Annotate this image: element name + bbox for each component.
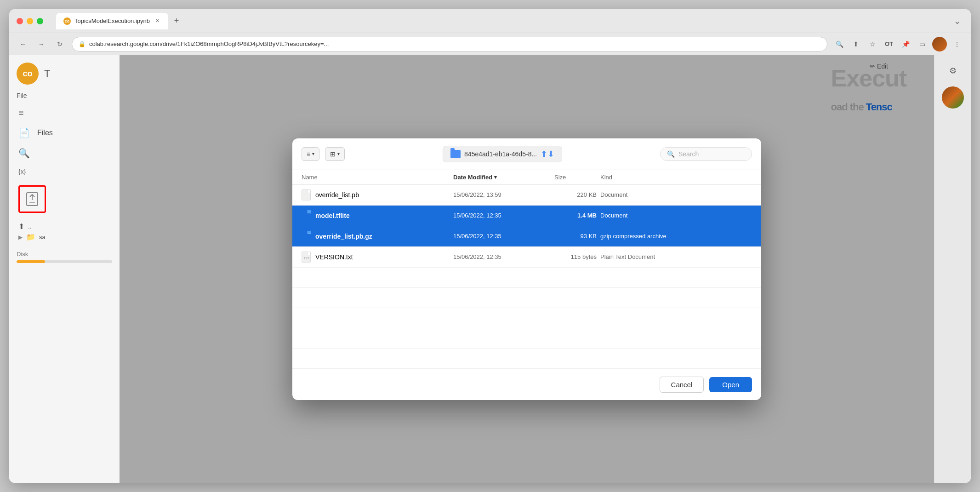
sidebar-item-variables[interactable]: {x} [9, 163, 120, 180]
sort-arrow-icon: ▾ [494, 174, 497, 180]
file-name-cell: override_list.pb [302, 189, 453, 200]
tab-title: TopicsModelExecution.ipynb [74, 17, 150, 24]
back-button[interactable]: ← [17, 38, 29, 51]
url-text: colab.research.google.com/drive/1Fk1iZO6… [89, 40, 329, 47]
tab-close-button[interactable]: ✕ [154, 17, 161, 25]
forward-button[interactable]: → [35, 38, 48, 51]
search-input[interactable]: Search [678, 150, 699, 158]
sidebar-nav: ≡ 📄 Files 🔍 {x} [9, 103, 120, 180]
dialog-content: override_list.pb 15/06/2022, 13:59 220 K… [292, 185, 761, 369]
file-size: 115 bytes [554, 253, 600, 260]
sidebar-item-menu[interactable]: ≡ [9, 103, 120, 123]
url-bar[interactable]: 🔒 colab.research.google.com/drive/1Fk1iZ… [72, 37, 827, 51]
file-kind: Plain Text Document [600, 253, 752, 260]
folder-nav-arrow[interactable]: ⬆⬇ [541, 149, 554, 159]
dialog-footer: Cancel Open [292, 369, 761, 400]
file-name: override_list.pb.gz [315, 233, 372, 240]
table-row[interactable]: override_list.pb.gz 15/06/2022, 12:35 93… [292, 226, 761, 247]
list-view-icon: ≡ [307, 150, 310, 158]
parent-folder-label: .. [28, 223, 31, 230]
grid-view-icon: ⊞ [330, 150, 336, 158]
lock-icon: 🔒 [79, 41, 85, 47]
search-magnifier-icon: 🔍 [667, 150, 675, 158]
maximize-button[interactable] [37, 18, 43, 24]
file-date: 15/06/2022, 13:59 [453, 191, 554, 198]
share-icon[interactable]: ⬆ [849, 38, 862, 51]
pin-icon[interactable]: 📌 [899, 38, 912, 51]
close-button[interactable] [17, 18, 23, 24]
window-expand-icon[interactable]: ⌄ [951, 15, 963, 28]
sidebar-item-files[interactable]: 📄 Files [9, 123, 120, 143]
empty-row [292, 328, 761, 349]
page-content: co T File ≡ 📄 Files 🔍 {x} [9, 55, 971, 483]
gear-icon[interactable]: ⚙ [945, 63, 961, 79]
user-avatar[interactable] [942, 86, 964, 109]
search-icon: 🔍 [18, 148, 30, 159]
variables-icon: {x} [18, 168, 26, 175]
header-size: Size [554, 174, 600, 181]
file-size: 220 KB [554, 191, 600, 198]
file-date: 15/06/2022, 12:35 [453, 212, 554, 219]
extension-ot-icon[interactable]: OT [883, 38, 895, 51]
table-row[interactable]: TXT VERSION.txt 15/06/2022, 12:35 115 by… [292, 247, 761, 268]
profile-avatar[interactable] [932, 37, 947, 51]
tab-bar: co TopicsModelExecution.ipynb ✕ + [56, 13, 183, 29]
disk-label: Disk [17, 251, 112, 257]
empty-row [292, 349, 761, 369]
sidebar-folder-sa[interactable]: ▶ 📁 sa [18, 233, 110, 241]
file-name: override_list.pb [315, 191, 359, 199]
current-folder-icon [450, 150, 461, 158]
open-button[interactable]: Open [709, 377, 752, 392]
traffic-lights [17, 18, 43, 24]
more-options-icon[interactable]: ⋮ [951, 38, 963, 51]
table-row[interactable]: override_list.pb 15/06/2022, 13:59 220 K… [292, 185, 761, 206]
modal-overlay: ≡ ▾ ⊞ ▾ 845e4ad1-eb1a-46d5-8... ⬆⬇ [120, 55, 934, 483]
list-view-button[interactable]: ≡ ▾ [302, 147, 319, 161]
file-name-cell: override_list.pb.gz [302, 231, 453, 242]
active-tab[interactable]: co TopicsModelExecution.ipynb ✕ [56, 13, 168, 29]
sidebar-title: T [44, 68, 50, 80]
upload-file-button[interactable] [18, 185, 46, 213]
disk-bar-fill [17, 260, 45, 263]
nav-bar: ← → ↻ 🔒 colab.research.google.com/drive/… [9, 33, 971, 55]
file-date: 15/06/2022, 12:35 [453, 253, 554, 260]
file-size: 93 KB [554, 233, 600, 240]
file-size: 1.4 MB [554, 212, 600, 219]
files-icon: 📄 [18, 127, 30, 138]
file-name: model.tflite [315, 212, 350, 219]
grid-view-button[interactable]: ⊞ ▾ [325, 147, 345, 161]
up-arrow-icon: ⬆ [18, 222, 24, 231]
reload-button[interactable]: ↻ [53, 38, 66, 51]
search-box[interactable]: 🔍 Search [660, 147, 752, 161]
sidebar: co T File ≡ 📄 Files 🔍 {x} [9, 55, 120, 483]
sidebar-top: co T [9, 63, 120, 85]
file-document-icon: TXT [302, 252, 311, 263]
file-document-icon [302, 189, 311, 200]
current-folder-name: 845e4ad1-eb1a-46d5-8... [464, 150, 537, 158]
sidebar-item-search[interactable]: 🔍 [9, 143, 120, 163]
disk-usage-bar [17, 260, 112, 263]
file-name-cell: model.tflite [302, 210, 453, 221]
sidebar-toggle-icon[interactable]: ▭ [916, 38, 929, 51]
disk-section: Disk [9, 251, 120, 263]
file-kind: Document [600, 191, 752, 198]
tab-favicon: co [63, 17, 71, 25]
sidebar-parent-folder[interactable]: ⬆ .. [18, 222, 110, 231]
new-tab-button[interactable]: + [170, 15, 183, 28]
expand-arrow-icon: ▶ [18, 234, 23, 240]
main-content: Execut oad the Tensc ✏ Edit [120, 55, 934, 483]
header-date-modified[interactable]: Date Modified ▾ [453, 174, 554, 181]
minimize-button[interactable] [27, 18, 33, 24]
file-kind: gzip compressed archive [600, 233, 752, 240]
table-row[interactable]: model.tflite 15/06/2022, 12:35 1.4 MB Do… [292, 206, 761, 226]
bookmark-icon[interactable]: ☆ [866, 38, 879, 51]
cancel-button[interactable]: Cancel [660, 377, 704, 393]
right-panel: ⚙ [934, 55, 971, 483]
empty-row [292, 288, 761, 308]
folder-name: sa [39, 234, 46, 240]
dialog-toolbar: ≡ ▾ ⊞ ▾ 845e4ad1-eb1a-46d5-8... ⬆⬇ [292, 138, 761, 170]
list-view-chevron: ▾ [312, 151, 314, 156]
folder-path: 845e4ad1-eb1a-46d5-8... ⬆⬇ [350, 146, 655, 162]
zoom-icon[interactable]: 🔍 [833, 38, 846, 51]
file-document-icon [302, 210, 311, 221]
